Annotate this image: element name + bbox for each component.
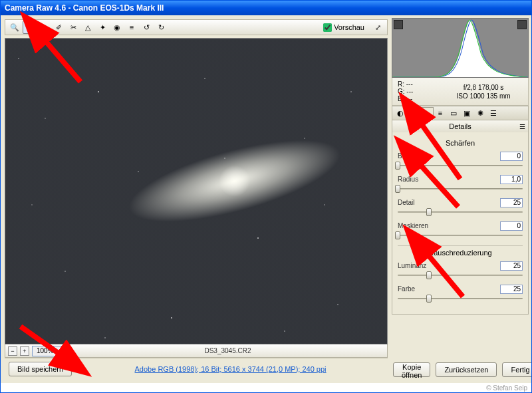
tab-hsl[interactable]: ≡ <box>434 107 447 119</box>
slider-radius[interactable] <box>398 184 523 194</box>
panel-separator <box>398 245 523 246</box>
slider-detail[interactable] <box>398 207 523 217</box>
split-icon: ▭ <box>450 109 457 118</box>
g-value: G: --- <box>398 88 444 95</box>
retouch-tool[interactable]: ✦ <box>96 21 109 34</box>
rotate-cw-icon: ↻ <box>158 23 164 32</box>
radius-value-input[interactable] <box>500 175 523 184</box>
stars-overlay <box>5 39 387 344</box>
left-pane: 🔍✋✎✐✂△✦◉≡↺↻ Vorschau ⤢ − + 100% <box>1 15 392 383</box>
done-button[interactable]: Fertig <box>502 362 532 377</box>
camera-icon: ✺ <box>477 109 483 118</box>
basic-icon: ◐ <box>397 109 404 118</box>
tab-basic[interactable]: ◐ <box>394 107 407 119</box>
rotate-cw-tool[interactable]: ↻ <box>154 21 168 34</box>
rotate-ccw-icon: ↺ <box>144 23 150 32</box>
slider-row-radius: Radius <box>398 174 523 184</box>
luminanz-label: Luminanz <box>398 262 497 269</box>
b-value: B: --- <box>398 95 444 102</box>
detail-icon: ▲ <box>424 109 431 117</box>
zoom-select[interactable]: 100% <box>32 346 68 356</box>
right-footer: Kopie öffnen Zurücksetzen Fertig <box>392 359 529 380</box>
radius-label: Radius <box>398 176 497 183</box>
eyedrop-white-icon: ✎ <box>41 23 47 32</box>
rotate-ccw-tool[interactable]: ↺ <box>140 21 153 34</box>
betrag-value-input[interactable] <box>500 152 523 161</box>
window-title: Camera Raw 4.6 - Canon EOS-1Ds Mark III <box>5 3 164 13</box>
rgb-readout: R: --- G: --- B: --- <box>398 80 444 102</box>
prefs-tool[interactable]: ≡ <box>125 21 138 34</box>
tab-curve[interactable]: ∫ <box>407 107 420 119</box>
crop-icon: ✂ <box>70 23 76 32</box>
tab-camera[interactable]: ✺ <box>473 107 487 119</box>
maskieren-label: Maskieren <box>398 222 497 229</box>
slider-row-farbe: Farbe <box>398 284 523 294</box>
straighten-icon: △ <box>85 23 90 32</box>
zoom-in-button[interactable]: + <box>20 346 29 356</box>
save-image-button[interactable]: Bild speichern <box>9 362 72 376</box>
zoom-icon: 🔍 <box>10 23 19 32</box>
detail-value-input[interactable] <box>500 198 523 207</box>
betrag-label: Betrag <box>398 152 497 160</box>
r-value: R: --- <box>398 80 444 88</box>
slider-farbe[interactable] <box>398 294 523 303</box>
fullscreen-button[interactable]: ⤢ <box>371 21 384 34</box>
redeye-tool[interactable]: ◉ <box>110 21 124 34</box>
slider-maskieren[interactable] <box>398 231 523 240</box>
fullscreen-icon: ⤢ <box>375 23 381 32</box>
retouch-icon: ✦ <box>100 23 106 32</box>
open-copy-button[interactable]: Kopie öffnen <box>393 362 430 377</box>
plus-icon: + <box>23 348 26 354</box>
hand-tool[interactable]: ✋ <box>23 21 36 34</box>
slider-row-betrag: Betrag <box>398 151 523 161</box>
farbe-value-input[interactable] <box>500 285 523 294</box>
workflow-link[interactable]: Adobe RGB (1998); 16 Bit; 5616 x 3744 (2… <box>135 365 327 373</box>
slider-luminanz[interactable] <box>398 271 523 280</box>
titlebar[interactable]: Camera Raw 4.6 - Canon EOS-1Ds Mark III <box>1 1 531 15</box>
bottom-bar: Bild speichern Adobe RGB (1998); 16 Bit;… <box>5 358 388 379</box>
details-panel: Schärfen BetragRadiusDetailMaskieren Rau… <box>392 132 529 315</box>
eyedrop-color-icon: ✐ <box>56 23 62 32</box>
exif-readout: f/2,8 178,00 s ISO 1000 135 mm <box>444 80 523 102</box>
tab-detail[interactable]: ▲ <box>420 107 434 119</box>
watermark: © Stefan Seip <box>486 384 527 392</box>
tab-lens[interactable]: ▣ <box>460 107 473 119</box>
eyedrop-white-tool[interactable]: ✎ <box>37 21 51 34</box>
right-pane: R: --- G: --- B: --- f/2,8 178,00 s ISO … <box>392 15 531 383</box>
info-strip: R: --- G: --- B: --- f/2,8 178,00 s ISO … <box>392 78 529 106</box>
noise-heading: Rauschreduzierung <box>398 249 523 257</box>
minus-icon: − <box>11 348 14 354</box>
prefs-icon: ≡ <box>130 23 134 31</box>
histogram[interactable] <box>392 18 529 78</box>
curve-icon: ∫ <box>412 109 414 117</box>
maskieren-value-input[interactable] <box>500 221 523 231</box>
exif-line1: f/2,8 178,00 s <box>464 84 504 91</box>
hsl-icon: ≡ <box>438 109 442 117</box>
panel-tabstrip: ◐∫▲≡▭▣✺☰ <box>392 106 529 120</box>
lens-icon: ▣ <box>464 109 470 118</box>
tab-preset[interactable]: ☰ <box>487 107 500 119</box>
image-preview[interactable] <box>5 38 388 344</box>
eyedrop-color-tool[interactable]: ✐ <box>52 21 65 34</box>
crop-tool[interactable]: ✂ <box>66 21 80 34</box>
straighten-tool[interactable]: △ <box>81 21 94 34</box>
camera-raw-window: Camera Raw 4.6 - Canon EOS-1Ds Mark III … <box>0 0 532 393</box>
histogram-curve <box>392 19 528 77</box>
slider-row-luminanz: Luminanz <box>398 261 523 271</box>
slider-betrag[interactable] <box>398 161 523 170</box>
preview-label-text: Vorschau <box>334 23 364 31</box>
zoom-tool[interactable]: 🔍 <box>8 21 21 34</box>
sharpen-heading: Schärfen <box>398 139 523 147</box>
panel-menu-icon[interactable]: ☰ <box>519 123 525 130</box>
preset-icon: ☰ <box>490 109 497 118</box>
zoom-out-button[interactable]: − <box>8 346 17 356</box>
slider-row-maskieren: Maskieren <box>398 221 523 231</box>
reset-button[interactable]: Zurücksetzen <box>436 362 497 377</box>
detail-label: Detail <box>398 199 497 206</box>
panel-title-text: Details <box>449 122 471 130</box>
luminanz-value-input[interactable] <box>500 261 523 271</box>
tab-split[interactable]: ▭ <box>447 107 460 119</box>
preview-checkbox[interactable] <box>323 23 332 32</box>
preview-checkbox-label[interactable]: Vorschau <box>323 23 364 32</box>
exif-line2: ISO 1000 135 mm <box>456 92 510 100</box>
